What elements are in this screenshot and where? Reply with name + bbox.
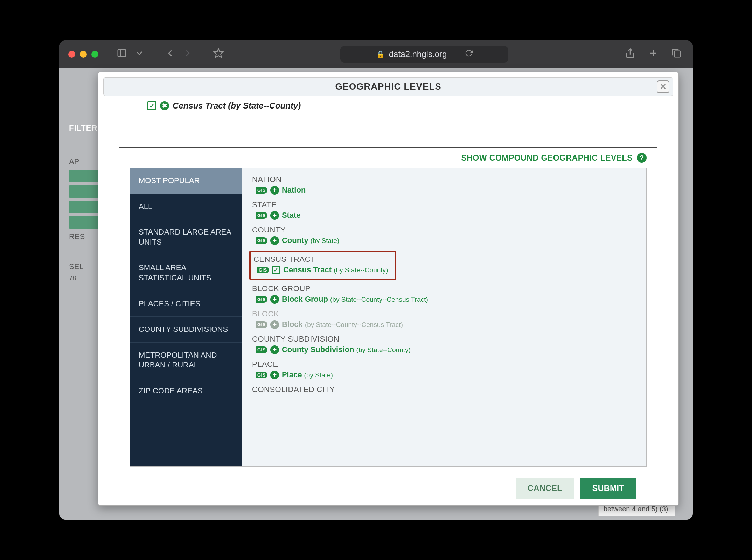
category-item[interactable]: COUNTY SUBDIVISIONS bbox=[130, 317, 242, 343]
share-icon[interactable] bbox=[623, 46, 638, 63]
geo-level-row: GIS+Place (by State) bbox=[252, 370, 636, 379]
geo-level-link[interactable]: Block Group (by State--County--Census Tr… bbox=[282, 295, 428, 304]
geo-group-heading: COUNTY SUBDIVISION bbox=[252, 335, 636, 344]
category-item[interactable]: ZIP CODE AREAS bbox=[130, 378, 242, 404]
geo-level-list: NATIONGIS+Nation STATEGIS+State COUNTYGI… bbox=[242, 168, 646, 466]
geo-group: COUNTYGIS+County (by State) bbox=[252, 225, 636, 245]
geo-group-heading: NATION bbox=[252, 175, 636, 184]
cancel-button[interactable]: CANCEL bbox=[516, 478, 574, 499]
checkbox-checked-icon[interactable]: ✓ bbox=[147, 101, 156, 110]
category-item[interactable]: SMALL AREA STATISTICAL UNITS bbox=[130, 255, 242, 291]
geo-group: STATEGIS+State bbox=[252, 200, 636, 220]
category-item[interactable]: METROPOLITAN AND URBAN / RURAL bbox=[130, 343, 242, 378]
titlebar: 🔒 data2.nhgis.org bbox=[59, 40, 693, 68]
geo-group: PLACEGIS+Place (by State) bbox=[252, 360, 636, 379]
geographic-levels-modal: GEOGRAPHIC LEVELS ✕ ✓ ✖ Census Tract (by… bbox=[98, 72, 679, 506]
add-icon[interactable]: + bbox=[270, 211, 279, 220]
geo-level-link[interactable]: Census Tract (by State--County) bbox=[283, 265, 388, 274]
address-bar[interactable]: 🔒 data2.nhgis.org bbox=[340, 46, 508, 63]
geo-level-row: GIS✓Census Tract (by State--County) bbox=[251, 265, 395, 274]
geo-level-row: GIS+Nation bbox=[252, 186, 636, 195]
geo-group-heading: PLACE bbox=[252, 360, 636, 369]
minimize-window-button[interactable] bbox=[80, 51, 87, 58]
add-icon[interactable]: + bbox=[270, 371, 279, 379]
geo-level-sublabel: (by State) bbox=[304, 371, 333, 379]
bookmark-star-icon[interactable] bbox=[211, 46, 226, 63]
geo-level-row: GIS+County (by State) bbox=[252, 236, 636, 245]
gis-badge-icon[interactable]: GIS bbox=[256, 212, 267, 219]
gis-badge-icon[interactable]: GIS bbox=[257, 267, 269, 273]
gis-badge-icon[interactable]: GIS bbox=[256, 187, 267, 194]
geo-level-link[interactable]: State bbox=[282, 211, 301, 220]
geo-level-sublabel: (by State--County) bbox=[356, 346, 411, 354]
category-item[interactable]: ALL bbox=[130, 194, 242, 220]
lock-icon: 🔒 bbox=[376, 50, 385, 58]
geo-group-heading: STATE bbox=[252, 200, 636, 209]
add-icon: + bbox=[270, 320, 279, 329]
window-controls bbox=[68, 51, 98, 58]
gis-badge-icon[interactable]: GIS bbox=[256, 237, 267, 244]
tabs-overview-icon[interactable] bbox=[669, 46, 684, 63]
geo-group-heading: CENSUS TRACT bbox=[251, 255, 395, 264]
back-button[interactable] bbox=[163, 46, 177, 63]
add-icon[interactable]: + bbox=[270, 236, 279, 245]
geo-level-row: GIS+Block (by State--County--Census Trac… bbox=[252, 320, 636, 329]
modal-body: MOST POPULARALLSTANDARD LARGE AREA UNITS… bbox=[130, 168, 647, 467]
geo-level-link[interactable]: Nation bbox=[282, 186, 306, 195]
close-window-button[interactable] bbox=[68, 51, 75, 58]
geo-group: BLOCK GROUPGIS+Block Group (by State--Co… bbox=[252, 284, 636, 304]
selected-filter-label: Census Tract (by State--County) bbox=[173, 101, 301, 111]
category-sidebar: MOST POPULARALLSTANDARD LARGE AREA UNITS… bbox=[130, 168, 242, 466]
modal-footer: CANCEL SUBMIT bbox=[119, 471, 647, 505]
svg-marker-2 bbox=[214, 49, 223, 57]
geo-level-row: GIS+County Subdivision (by State--County… bbox=[252, 345, 636, 354]
geo-level-sublabel: (by State) bbox=[311, 237, 339, 244]
geo-group: CENSUS TRACTGIS✓Census Tract (by State--… bbox=[249, 251, 396, 280]
add-icon[interactable]: + bbox=[270, 345, 279, 354]
show-compound-link[interactable]: SHOW COMPOUND GEOGRAPHIC LEVELS bbox=[461, 153, 633, 163]
add-icon[interactable]: + bbox=[270, 295, 279, 304]
geo-level-sublabel: (by State--County--Census Tract) bbox=[330, 296, 428, 303]
geo-group: NATIONGIS+Nation bbox=[252, 175, 636, 195]
category-item[interactable]: MOST POPULAR bbox=[130, 168, 242, 194]
new-tab-icon[interactable] bbox=[646, 46, 661, 63]
help-icon[interactable]: ? bbox=[637, 153, 647, 163]
page-content: FILTER AP RES SEL 78 between 4 and 5) (3… bbox=[59, 68, 693, 520]
geo-level-link[interactable]: County (by State) bbox=[282, 236, 339, 245]
geo-group: COUNTY SUBDIVISIONGIS+County Subdivision… bbox=[252, 335, 636, 354]
gis-badge-icon[interactable]: GIS bbox=[256, 346, 267, 353]
add-icon[interactable]: + bbox=[270, 186, 279, 195]
geo-group-heading: BLOCK bbox=[252, 309, 636, 318]
compound-toggle-row: SHOW COMPOUND GEOGRAPHIC LEVELS ? bbox=[98, 148, 678, 168]
checkbox-checked-icon[interactable]: ✓ bbox=[272, 266, 280, 274]
gis-badge-icon[interactable]: GIS bbox=[256, 321, 267, 328]
url-text: data2.nhgis.org bbox=[389, 49, 447, 59]
geo-level-sublabel: (by State--County--Census Tract) bbox=[305, 321, 403, 328]
geo-level-link: Block (by State--County--Census Tract) bbox=[282, 320, 403, 329]
geo-group-heading: BLOCK GROUP bbox=[252, 284, 636, 293]
gis-badge-icon[interactable]: GIS bbox=[256, 296, 267, 303]
geo-level-link[interactable]: County Subdivision (by State--County) bbox=[282, 345, 411, 354]
category-item[interactable]: STANDARD LARGE AREA UNITS bbox=[130, 219, 242, 255]
reload-icon[interactable] bbox=[465, 49, 473, 59]
sidebar-toggle-icon[interactable] bbox=[114, 46, 129, 63]
remove-selection-icon[interactable]: ✖ bbox=[160, 101, 169, 110]
geo-level-link[interactable]: Place (by State) bbox=[282, 370, 333, 379]
gis-badge-icon[interactable]: GIS bbox=[256, 372, 267, 378]
selected-filter-row: ✓ ✖ Census Tract (by State--County) bbox=[98, 96, 678, 115]
maximize-window-button[interactable] bbox=[91, 51, 98, 58]
submit-button[interactable]: SUBMIT bbox=[580, 478, 636, 499]
geo-group: CONSOLIDATED CITY bbox=[252, 385, 636, 394]
geo-group: BLOCKGIS+Block (by State--County--Census… bbox=[252, 309, 636, 329]
close-modal-button[interactable]: ✕ bbox=[657, 80, 669, 93]
chevron-down-icon[interactable] bbox=[132, 46, 147, 63]
modal-title: GEOGRAPHIC LEVELS bbox=[335, 81, 441, 92]
geo-group-heading: COUNTY bbox=[252, 225, 636, 234]
category-item[interactable]: PLACES / CITIES bbox=[130, 291, 242, 317]
geo-level-sublabel: (by State--County) bbox=[334, 266, 388, 274]
forward-button[interactable] bbox=[180, 46, 195, 63]
svg-rect-0 bbox=[118, 50, 126, 57]
geo-level-row: GIS+State bbox=[252, 211, 636, 220]
svg-rect-6 bbox=[674, 51, 681, 57]
geo-level-row: GIS+Block Group (by State--County--Censu… bbox=[252, 295, 636, 304]
